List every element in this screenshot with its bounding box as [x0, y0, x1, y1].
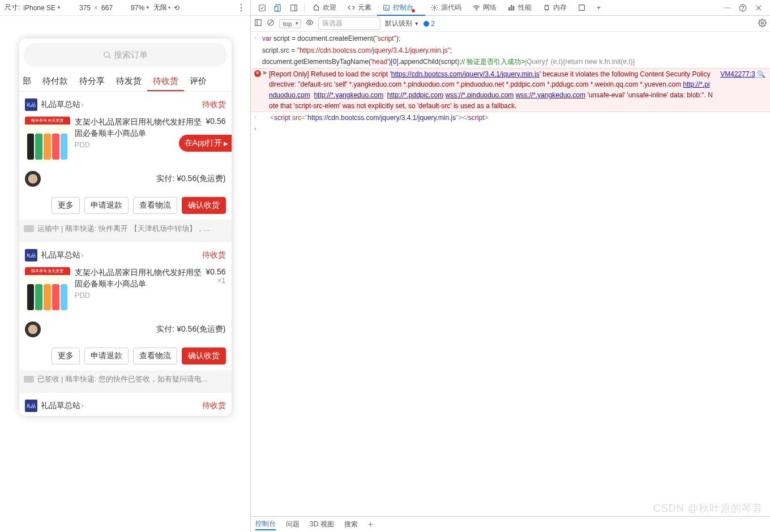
- order-tab[interactable]: 待付款: [37, 71, 74, 91]
- tab-performance[interactable]: 性能: [502, 0, 537, 16]
- chevron-right-icon: ›: [82, 101, 84, 109]
- search-input[interactable]: 搜索订单: [24, 43, 227, 67]
- tab-sources[interactable]: 源代码: [425, 0, 467, 16]
- device-toolbar: 尺寸: iPhone SE▼ 375 × 667 97%▼ 无限▾ ⟲ ⋮: [0, 0, 250, 16]
- console-return: ‹<script src="https://cdn.bootcss.com/jq…: [251, 112, 770, 124]
- order-action-button[interactable]: 确认收货: [182, 347, 226, 364]
- search-icon: [102, 50, 112, 59]
- zoom-select[interactable]: 97%▼: [131, 4, 150, 12]
- svg-rect-5: [291, 5, 297, 11]
- order-action-button[interactable]: 更多: [52, 197, 80, 214]
- order-tab[interactable]: 待发货: [110, 71, 147, 91]
- search-icon[interactable]: 🔍: [757, 70, 765, 78]
- shop-name[interactable]: 礼品草总站: [41, 250, 80, 260]
- device-select[interactable]: iPhone SE▼: [23, 4, 61, 12]
- order-tab[interactable]: 部: [19, 71, 37, 91]
- order-status: 待收货: [202, 250, 226, 260]
- watermark: CSDN @秋叶原的琴音: [653, 501, 763, 515]
- shop-name[interactable]: 礼品草总站: [41, 100, 80, 110]
- devtools-tabs: 欢迎 元素 控制台 源代码 网络 性能 内存 + ⋯: [251, 0, 770, 16]
- filter-input[interactable]: 筛选器: [318, 17, 380, 30]
- svg-rect-2: [259, 5, 266, 11]
- console-line: script.src = "https://cdn.bootcss.com/jq…: [251, 45, 770, 57]
- footer-search[interactable]: 搜索: [344, 520, 358, 529]
- console-output[interactable]: ›var script = document.createElement("sc…: [251, 32, 770, 516]
- close-icon[interactable]: [751, 0, 767, 16]
- height-input[interactable]: 667: [101, 4, 113, 12]
- context-select[interactable]: top: [279, 19, 301, 28]
- device-viewport: 搜索订单 部待付款待分享待发货待收货评价 礼品礼品草总站›待收货 顺丰单号 当天…: [0, 16, 250, 532]
- width-input[interactable]: 375: [79, 4, 91, 12]
- svg-line-24: [269, 21, 273, 25]
- product-thumb[interactable]: 顺丰单号 当天发货: [25, 267, 70, 312]
- console-toolbar: top 筛选器 默认级别▼ 2: [251, 16, 770, 32]
- order-action-button[interactable]: 查看物流: [133, 347, 177, 364]
- order-tabs: 部待付款待分享待发货待收货评价: [19, 71, 232, 92]
- shop-name[interactable]: 礼品草总站: [41, 401, 80, 411]
- devtools-footer: 控制台 问题 3D 视图 搜索 +: [251, 516, 770, 532]
- error-icon: ✕: [254, 70, 261, 77]
- order-tab[interactable]: 待收货: [147, 71, 184, 91]
- order-action-button[interactable]: 确认收货: [182, 197, 226, 214]
- tab-app[interactable]: [572, 0, 591, 16]
- dock-icon[interactable]: [286, 0, 302, 16]
- eye-icon[interactable]: [306, 19, 314, 28]
- product-title: 支架小礼品居家日用礼物代发好用坚固必备顺丰小商品单: [75, 267, 206, 289]
- svg-rect-16: [579, 5, 585, 11]
- order-action-button[interactable]: 查看物流: [133, 197, 177, 214]
- more-icon[interactable]: ⋯: [719, 0, 735, 16]
- order-action-button[interactable]: 更多: [52, 347, 80, 364]
- tab-network[interactable]: 网络: [467, 0, 502, 16]
- dimension-label: 尺寸:: [5, 3, 20, 12]
- product-qty: ×1: [206, 276, 225, 285]
- product-price: ¥0.56: [206, 117, 225, 126]
- console-prompt[interactable]: ›: [251, 124, 770, 125]
- svg-rect-21: [255, 20, 262, 26]
- svg-rect-4: [275, 6, 278, 11]
- sidebar-toggle-icon[interactable]: [254, 19, 262, 28]
- shipping-info[interactable]: 已签收 | 顺丰快递: 您的快件已签收，如有疑问请电...: [19, 370, 232, 388]
- order-tab[interactable]: 待分享: [74, 71, 110, 91]
- level-select[interactable]: 默认级别▼: [385, 19, 419, 28]
- svg-point-0: [104, 52, 109, 57]
- shipping-info[interactable]: 运输中 | 顺丰快递: 快件离开 【天津机场中转场】，...: [19, 220, 232, 238]
- tab-memory[interactable]: 内存: [537, 0, 572, 16]
- order-tab[interactable]: 评价: [184, 71, 212, 91]
- tab-welcome[interactable]: 欢迎: [307, 0, 342, 16]
- order-action-button[interactable]: 申请退款: [84, 347, 129, 364]
- info-count[interactable]: 2: [424, 20, 435, 28]
- svg-line-1: [109, 57, 110, 58]
- tab-add[interactable]: +: [591, 0, 606, 16]
- shop-logo: 礼品: [25, 98, 37, 111]
- product-thumb[interactable]: 顺丰单号 当天发货: [25, 117, 70, 162]
- tab-console[interactable]: 控制台: [377, 0, 425, 16]
- help-icon[interactable]: [735, 0, 751, 16]
- footer-console[interactable]: 控制台: [255, 519, 276, 530]
- device-toggle-icon[interactable]: [270, 0, 286, 16]
- settings-icon[interactable]: [758, 19, 767, 29]
- svg-point-25: [309, 22, 311, 24]
- clear-console-icon[interactable]: [267, 19, 275, 28]
- footer-issues[interactable]: 问题: [286, 520, 300, 529]
- tab-elements[interactable]: 元素: [342, 0, 377, 16]
- product-brand: PDD: [75, 290, 206, 301]
- inspect-icon[interactable]: [254, 0, 270, 16]
- console-error: ✕▶ [Report Only] Refused to load the scr…: [251, 68, 770, 112]
- console-line: ›var script = document.createElement("sc…: [251, 33, 770, 45]
- truck-icon: [24, 225, 34, 232]
- rotate-icon[interactable]: ⟲: [174, 4, 179, 12]
- order-action-button[interactable]: 申请退款: [84, 197, 129, 214]
- svg-point-26: [762, 22, 764, 24]
- chevron-right-icon: ›: [82, 402, 84, 410]
- open-in-app-button[interactable]: 在App打开▶: [179, 135, 232, 152]
- more-menu-icon[interactable]: ⋮: [237, 2, 246, 13]
- throttle-select[interactable]: 无限▾: [153, 3, 170, 12]
- order-card: 礼品礼品草总站›待收货 顺丰单号 当天发货 支架小礼品居家日用礼物代发好用坚固必…: [19, 242, 232, 393]
- source-link[interactable]: VM42277:3: [720, 70, 755, 78]
- order-total: 实付: ¥0.56(免运费): [156, 324, 225, 334]
- footer-3d[interactable]: 3D 视图: [310, 520, 334, 529]
- device-frame: 搜索订单 部待付款待分享待发货待收货评价 礼品礼品草总站›待收货 顺丰单号 当天…: [19, 38, 232, 416]
- truck-icon: [24, 376, 34, 383]
- order-status: 待收货: [202, 100, 226, 110]
- footer-add[interactable]: +: [368, 520, 373, 530]
